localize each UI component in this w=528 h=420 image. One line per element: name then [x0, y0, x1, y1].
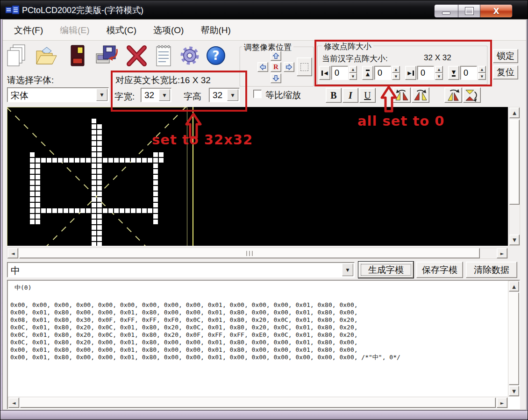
pixel-position-title: 调整像素位置: [242, 42, 293, 53]
save-button[interactable]: [65, 43, 90, 69]
canvas-hscroll-right[interactable]: [497, 248, 507, 258]
window-title: PCtoLCD2002完美版-(字符模式): [22, 5, 143, 16]
canvas-hscroll-thumb[interactable]: [19, 248, 480, 258]
output-hscroll-thumb[interactable]: [20, 398, 496, 408]
save-icon: [66, 43, 89, 68]
output-line: 0x00, 0x01, 0x80, 0x00, 0x00, 0x01, 0x80…: [9, 346, 506, 354]
font-combo[interactable]: 宋体: [7, 87, 109, 102]
annotation-box-matrix-size: [314, 40, 492, 86]
output-line: 0x00, 0x01, 0x80, 0x00, 0x00, 0x01, 0x80…: [9, 354, 506, 361]
canvas-vscroll-down[interactable]: [509, 235, 520, 245]
char-input-dropdown-icon[interactable]: [342, 263, 353, 276]
app-window: PCtoLCD2002完美版-(字符模式) X 文件(F) 编辑(E) 模式(C…: [0, 0, 528, 420]
canvas-vscrollbar[interactable]: [509, 107, 520, 246]
open-folder-icon: [35, 43, 58, 68]
output-hscroll-right[interactable]: [497, 398, 507, 408]
right-arrow-icon: [285, 64, 293, 71]
new-file-button[interactable]: [4, 43, 29, 69]
clear-data-button[interactable]: 清除数据: [466, 262, 517, 278]
close-icon: X: [493, 7, 499, 16]
new-file-icon: [6, 43, 28, 68]
close-button[interactable]: X: [480, 5, 512, 17]
left-arrow-icon: [259, 64, 266, 71]
maximize-button[interactable]: [458, 5, 480, 17]
underline-button[interactable]: U: [359, 88, 376, 103]
report-button[interactable]: [151, 43, 176, 69]
output-hscrollbar[interactable]: [8, 397, 508, 408]
canvas-vscroll-thumb[interactable]: [509, 120, 520, 205]
center-frame-icon: [300, 63, 308, 71]
focus-rect: [361, 264, 411, 276]
menu-help[interactable]: 帮助(H): [196, 22, 235, 38]
output-line: 0x08, 0x01, 0x80, 0x30, 0x0F, 0xFF, 0xFF…: [9, 316, 506, 324]
delete-button[interactable]: [124, 43, 149, 69]
scale-checkbox-label: 等比缩放: [265, 89, 301, 101]
menu-file[interactable]: 文件(F): [9, 22, 48, 38]
grid-boundary: [7, 107, 187, 246]
settings-button[interactable]: [177, 43, 202, 69]
output-line: 0x00, 0x01, 0x80, 0x00, 0x00, 0x01, 0x80…: [9, 309, 506, 316]
output-line: 0x0C, 0x01, 0x80, 0x20, 0x00, 0x01, 0x80…: [9, 339, 506, 346]
minimize-button[interactable]: [435, 5, 458, 17]
help-icon: ?: [204, 43, 228, 68]
scale-checkbox[interactable]: [253, 90, 262, 98]
canvas-hscroll-left[interactable]: [7, 248, 18, 258]
rotate-right-icon: [413, 89, 428, 102]
save-module-icon: [95, 43, 118, 68]
canvas-vscroll-up[interactable]: [509, 107, 520, 118]
up-arrow-icon: [272, 52, 279, 59]
menu-options[interactable]: 选项(O): [149, 22, 188, 38]
bold-button[interactable]: B: [326, 88, 342, 103]
output-header: 中(0): [14, 284, 506, 292]
app-icon: [5, 4, 20, 16]
annotation-arrow-all-zero: [380, 85, 398, 114]
output-panel: 中(0) 0x00, 0x00, 0x00, 0x00, 0x00, 0x00,…: [7, 280, 520, 409]
annotation-set-size: set to 32x32: [152, 132, 253, 148]
italic-button[interactable]: I: [342, 88, 358, 103]
open-file-button[interactable]: [34, 43, 59, 69]
gear-icon: [178, 43, 201, 68]
svg-text:?: ?: [212, 49, 219, 63]
move-right-button[interactable]: [284, 62, 294, 72]
scroll-grip-icon: [20, 249, 479, 258]
annotation-all-zero: all set to 0: [357, 113, 445, 129]
center-glyph-button[interactable]: [297, 57, 312, 76]
output-vscrollbar[interactable]: [508, 281, 519, 397]
save-module-text-button[interactable]: 保存字模: [416, 262, 463, 278]
delete-x-icon: [125, 43, 148, 68]
down-arrow-icon: [272, 75, 279, 82]
report-icon: [152, 43, 175, 68]
lock-button[interactable]: 锁定: [493, 49, 518, 63]
flip-vertical-button[interactable]: [444, 87, 462, 103]
output-vscroll-down[interactable]: [509, 386, 519, 396]
flip-horizontal-button[interactable]: [463, 87, 481, 103]
char-input-value: 中: [11, 264, 20, 277]
save-module-button[interactable]: [94, 43, 119, 69]
annotation-box-char-size: [111, 71, 247, 112]
move-left-button[interactable]: [257, 62, 268, 72]
generate-button[interactable]: 生成字模: [358, 262, 414, 278]
output-vscroll-up[interactable]: [509, 281, 519, 292]
output-line: 0x00, 0x00, 0x00, 0x00, 0x00, 0x00, 0x00…: [9, 301, 506, 309]
help-button[interactable]: ?: [203, 43, 228, 69]
output-vscroll-thumb[interactable]: [509, 292, 519, 385]
menu-edit: 编辑(E): [55, 22, 94, 38]
menubar: 文件(F) 编辑(E) 模式(C) 选项(O) 帮助(H): [3, 20, 526, 41]
char-input[interactable]: 中: [7, 262, 355, 278]
maximize-icon: [465, 7, 473, 14]
output-line: 0x0C, 0x01, 0x80, 0x20, 0x0C, 0x01, 0x80…: [9, 331, 506, 339]
reset-position-button[interactable]: R: [271, 62, 281, 72]
flip-horizontal-icon: [464, 89, 479, 102]
output-text[interactable]: 中(0) 0x00, 0x00, 0x00, 0x00, 0x00, 0x00,…: [9, 281, 506, 395]
move-down-button[interactable]: [271, 73, 281, 83]
titlebar: PCtoLCD2002完美版-(字符模式) X: [0, 0, 528, 19]
window-bottom-border: [0, 410, 528, 420]
rotate-right-button[interactable]: [412, 87, 429, 103]
font-combo-dropdown-icon[interactable]: [96, 89, 107, 101]
menu-mode[interactable]: 模式(C): [102, 22, 141, 38]
canvas-hscrollbar[interactable]: [7, 248, 508, 259]
font-combo-value: 宋体: [11, 90, 29, 102]
reset-button[interactable]: 复位: [493, 65, 518, 79]
move-up-button[interactable]: [271, 51, 281, 61]
output-hscroll-left[interactable]: [8, 398, 19, 408]
